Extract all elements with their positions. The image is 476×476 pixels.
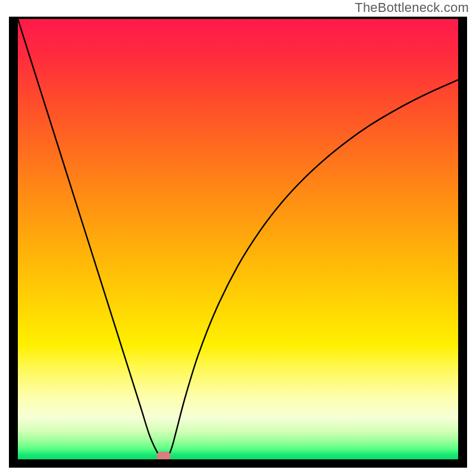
- optimal-point-marker: [156, 452, 171, 459]
- plot-area: [18, 19, 458, 459]
- watermark-text: TheBottleneck.com: [355, 0, 469, 15]
- gradient-background: [18, 19, 458, 459]
- chart-svg: [18, 19, 458, 459]
- chart-frame: [9, 17, 467, 468]
- canvas: TheBottleneck.com: [0, 0, 476, 476]
